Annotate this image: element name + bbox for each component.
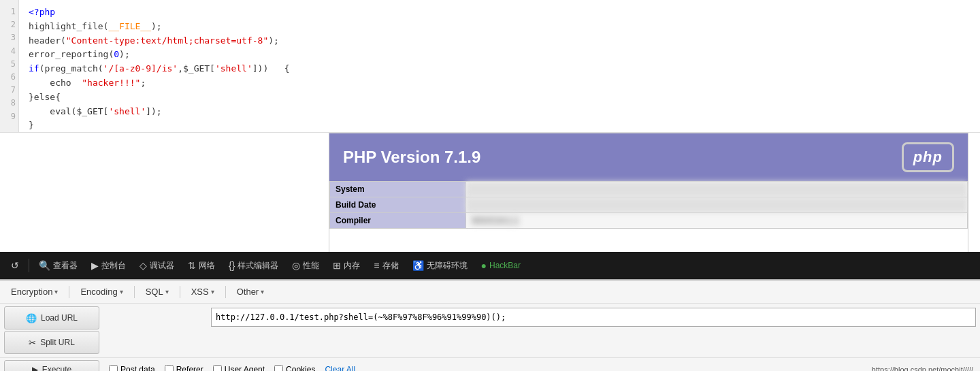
- performance-label: 性能: [303, 260, 319, 272]
- post-data-check[interactable]: [109, 365, 118, 371]
- encryption-label: Encryption: [11, 287, 52, 297]
- storage-label: 存储: [382, 260, 399, 272]
- table-cell-value: MSVC14 (...): [466, 213, 968, 229]
- referer-checkbox[interactable]: Referer: [165, 365, 203, 372]
- code-line-2: highlight_file(__FILE__);: [29, 20, 973, 34]
- devtools-toolbar: ↺ 🔍 查看器 ▶ 控制台 ◇ 调试器 ⇅ 网络 {} 样式编辑器 ◎ 性能 ⊞…: [0, 252, 980, 279]
- table-cell-label: System: [330, 182, 466, 197]
- inspector-label: 查看器: [53, 260, 78, 272]
- menu-encryption[interactable]: Encryption ▾: [5, 285, 63, 299]
- sql-label: SQL: [146, 287, 163, 297]
- menu-xss[interactable]: XSS ▾: [186, 285, 220, 299]
- devtools-hackbar[interactable]: ● HackBar: [476, 257, 526, 274]
- memory-icon: ⊞: [333, 260, 341, 271]
- php-info-table: System Build Date Compiler MSVC14 (...): [329, 181, 968, 229]
- php-header: PHP Version 7.1.9 php: [329, 133, 968, 181]
- user-agent-check[interactable]: [213, 365, 222, 371]
- reload-icon: ↺: [11, 260, 19, 271]
- menu-sql[interactable]: SQL ▾: [140, 285, 174, 299]
- menu-sep-1: [69, 286, 69, 298]
- debugger-label: 调试器: [150, 260, 174, 272]
- xss-label: XSS: [191, 287, 209, 297]
- load-url-label: Load URL: [41, 313, 78, 323]
- table-row: Compiler MSVC14 (...): [330, 213, 968, 229]
- console-label: 控制台: [101, 260, 126, 272]
- execute-label: Execute: [42, 365, 71, 372]
- table-row: System: [330, 182, 968, 197]
- accessibility-label: 无障碍环境: [427, 260, 468, 272]
- code-line-5: if(preg_match('/[a-z0-9]/is',$_GET['shel…: [29, 62, 973, 76]
- execute-icon: ▶: [32, 365, 38, 372]
- accessibility-icon: ♿: [412, 260, 424, 271]
- post-data-checkbox[interactable]: Post data: [109, 365, 155, 372]
- post-data-label: Post data: [120, 365, 155, 372]
- cookies-check[interactable]: [274, 365, 283, 371]
- network-label: 网络: [199, 260, 215, 272]
- code-line-8: eval($_GET['shell']);: [29, 105, 973, 119]
- referer-label: Referer: [176, 365, 203, 372]
- other-label: Other: [237, 287, 259, 297]
- cookies-checkbox[interactable]: Cookies: [274, 365, 315, 372]
- style-editor-icon: {}: [229, 260, 235, 271]
- split-url-button[interactable]: ✂ Split URL: [4, 331, 99, 354]
- devtools-console[interactable]: ▶ 控制台: [86, 257, 131, 274]
- code-line-7: }else{: [29, 91, 973, 105]
- storage-icon: ≡: [374, 260, 379, 271]
- devtools-style-editor[interactable]: {} 样式编辑器: [223, 257, 284, 274]
- code-line-6: echo "hacker!!!";: [29, 76, 973, 91]
- code-area: 123456789 <?php highlight_file(__FILE__)…: [0, 0, 980, 133]
- code-line-9: }: [29, 118, 973, 133]
- user-agent-checkbox[interactable]: User Agent: [213, 365, 265, 372]
- other-chevron: ▾: [261, 288, 264, 295]
- xss-chevron: ▾: [211, 288, 214, 295]
- encoding-label: Encoding: [80, 287, 117, 297]
- url-input[interactable]: [211, 308, 976, 327]
- table-cell-label: Build Date: [330, 197, 466, 213]
- devtools-memory[interactable]: ⊞ 内存: [327, 257, 365, 274]
- devtools-inspector[interactable]: 🔍 查看器: [33, 257, 83, 274]
- load-url-icon: 🌐: [26, 313, 37, 323]
- execute-button[interactable]: ▶ Execute: [4, 360, 99, 372]
- php-version: PHP Version 7.1.9: [343, 148, 480, 167]
- menu-sep-4: [225, 286, 226, 298]
- table-cell-value: [466, 182, 968, 197]
- encryption-chevron: ▾: [54, 288, 58, 295]
- menu-encoding[interactable]: Encoding ▾: [75, 285, 128, 299]
- sql-chevron: ▾: [165, 288, 169, 295]
- inspector-icon: 🔍: [39, 260, 50, 271]
- devtools-debugger[interactable]: ◇ 调试器: [134, 257, 180, 274]
- split-url-label: Split URL: [40, 338, 75, 347]
- referer-check[interactable]: [165, 365, 174, 371]
- hackbar-menu: Encryption ▾ Encoding ▾ SQL ▾ XSS ▾ Othe…: [0, 280, 980, 304]
- devtools-reload[interactable]: ↺: [5, 257, 24, 274]
- user-agent-label: User Agent: [225, 365, 265, 372]
- devtools-performance[interactable]: ◎ 性能: [287, 257, 325, 274]
- hackbar-panel: Encryption ▾ Encoding ▾ SQL ▾ XSS ▾ Othe…: [0, 279, 980, 371]
- encoding-chevron: ▾: [120, 288, 123, 295]
- debugger-icon: ◇: [140, 260, 147, 271]
- clear-all-link[interactable]: Clear All: [325, 365, 355, 372]
- devtools-storage[interactable]: ≡ 存储: [368, 257, 404, 274]
- table-cell-value: [466, 197, 968, 213]
- separator: [29, 259, 29, 272]
- menu-sep-3: [180, 286, 180, 298]
- cookies-label: Cookies: [286, 365, 315, 372]
- console-icon: ▶: [91, 260, 99, 271]
- table-cell-label: Compiler: [330, 213, 466, 229]
- menu-other[interactable]: Other ▾: [231, 285, 270, 299]
- style-editor-label: 样式编辑器: [238, 260, 278, 272]
- status-bar-url: https://blog.csdn.net/mochit/////: [872, 366, 973, 372]
- menu-sep-2: [134, 286, 135, 298]
- code-line-4: error_reporting(0);: [29, 48, 973, 62]
- php-info-panel: PHP Version 7.1.9 php System Build Date …: [329, 133, 968, 255]
- hackbar-icon: ●: [481, 260, 487, 271]
- devtools-network[interactable]: ⇅ 网络: [182, 257, 220, 274]
- devtools-accessibility[interactable]: ♿ 无障碍环境: [407, 257, 473, 274]
- memory-label: 内存: [344, 260, 360, 272]
- code-line-1: <?php: [29, 5, 973, 20]
- network-icon: ⇅: [188, 260, 196, 271]
- php-logo: php: [902, 142, 954, 172]
- load-url-button[interactable]: 🌐 Load URL: [4, 306, 99, 329]
- code-line-3: header("Content-type:text/html;charset=u…: [29, 34, 973, 48]
- table-row: Build Date: [330, 197, 968, 213]
